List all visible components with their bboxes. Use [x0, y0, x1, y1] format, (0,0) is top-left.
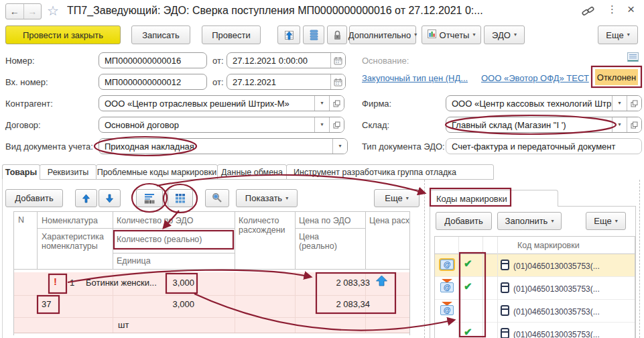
incoming-number-input[interactable]: МП0000000000012	[99, 74, 207, 90]
splitter[interactable]	[424, 180, 425, 338]
move-down-button[interactable]	[99, 189, 121, 207]
favorites-star-icon[interactable]: ☆	[47, 3, 59, 19]
marking-code-cell[interactable]: (01)04650130035753(...	[513, 262, 633, 271]
close-icon[interactable]: ×	[627, 2, 635, 17]
marking-code-cell[interactable]: (01)04650130035753(...	[513, 307, 633, 317]
lock-icon	[333, 30, 342, 40]
open-form-icon[interactable]	[627, 117, 641, 132]
tab-problem-codes[interactable]: Проблемные коды маркировки	[96, 164, 218, 180]
date1-value: 27.12.2021 0:00:00	[227, 53, 330, 68]
right-splitter[interactable]	[639, 180, 640, 338]
tab-exchange-data[interactable]: Данные обмена	[217, 164, 287, 180]
open-form-icon[interactable]	[627, 96, 641, 111]
post-button[interactable]: Провести	[202, 25, 261, 44]
col-qty-real[interactable]: Количество (реально)	[117, 235, 202, 244]
register-records-icon	[310, 30, 318, 40]
col-price-real[interactable]: Цена	[299, 232, 319, 241]
warehouse-input[interactable]: Главный склад (Магазин "I ') ▾	[446, 117, 642, 133]
date2-input[interactable]: 27.12.2021	[227, 74, 346, 90]
unit-cell[interactable]: шт	[118, 320, 129, 330]
more-button-top[interactable]: Еще▾	[598, 25, 638, 44]
doc-kind-value: Приходная накладная	[99, 139, 332, 154]
check-codes-magnifier-icon	[212, 193, 222, 204]
codes-more-button[interactable]: Еще▾	[586, 212, 626, 230]
link-icon[interactable]	[582, 5, 595, 19]
chevron-down-icon[interactable]: ▾	[332, 139, 347, 154]
move-up-button[interactable]	[75, 189, 97, 207]
goods-add-button[interactable]: Добавить	[5, 189, 63, 207]
open-form-icon[interactable]	[329, 117, 344, 132]
col-price-edo[interactable]: Цена по ЭДО	[299, 216, 350, 225]
tab-devtool[interactable]: Инструмент разработчика группа отладка	[286, 164, 494, 180]
open-form-icon[interactable]	[329, 96, 344, 111]
chevron-down-icon: ▾	[285, 196, 288, 201]
chevron-down-icon: ▾	[514, 32, 517, 38]
number-input[interactable]: МП0000000000016	[99, 52, 207, 68]
firm-input[interactable]: ООО «Центр кассовых технологий Штри ▾	[446, 95, 642, 111]
post-label: Провести	[212, 30, 251, 40]
marking-code-cell[interactable]: (01)04650130035753(...	[513, 330, 633, 338]
marking-codes-columns-button[interactable]	[136, 189, 163, 207]
forward-icon[interactable]: →	[24, 4, 42, 19]
window-title: ТП7_Заведующий: ЭДО: Сверка поступления …	[67, 5, 571, 17]
col-nomenclature[interactable]: Номенклатура	[42, 216, 98, 225]
price-real-cell[interactable]: 2 083,34	[310, 299, 370, 309]
col-qty-diff-2: расхождени	[239, 225, 285, 235]
register-records-icon-button[interactable]	[303, 25, 324, 44]
edo-doc-type-value: Счет-фактура и передаточный документ	[446, 139, 641, 154]
doc-kind-label: Вид документа учета:	[5, 142, 93, 152]
goods-show-button[interactable]: Показать▾	[236, 189, 298, 207]
save-button[interactable]: Записать	[131, 25, 190, 44]
col-qty-diff[interactable]: Количесто	[239, 216, 279, 225]
contractor-input[interactable]: ООО «Центр отраслевых решений Штрих-М» ▾	[99, 95, 344, 111]
grid-view-button[interactable]	[168, 189, 193, 207]
post-document-icon-button[interactable]	[277, 25, 300, 44]
columns-barcode-icon	[144, 193, 155, 204]
col-n[interactable]: N	[18, 215, 24, 225]
marking-code-cell[interactable]: (01)04650130035753(...	[513, 284, 633, 294]
more-vertical-icon[interactable]: ⋮	[607, 3, 617, 15]
chevron-down-icon[interactable]: ▾	[612, 117, 627, 132]
calendar-icon[interactable]	[330, 53, 345, 68]
basis-list-icon[interactable]	[627, 52, 639, 64]
doc-kind-input[interactable]: Приходная накладная ▾	[99, 138, 348, 154]
tab-goods-label: Товары	[5, 168, 37, 177]
characteristic-cell[interactable]: 37	[42, 299, 51, 309]
col-price-real-2: (реально)	[299, 241, 337, 251]
codes-col-code[interactable]: Код маркировки	[517, 241, 580, 250]
check-codes-button[interactable]	[205, 189, 229, 207]
contract-label: Договор:	[5, 120, 41, 130]
alert-icon: !	[54, 276, 57, 287]
lock-icon-button[interactable]	[327, 25, 347, 44]
qty-edo-cell[interactable]: 3,000	[141, 278, 194, 288]
chevron-down-icon[interactable]: ▾	[612, 96, 627, 111]
calendar-icon[interactable]	[330, 74, 345, 89]
chevron-down-icon[interactable]: ▾	[314, 96, 329, 111]
col-price-diff[interactable]: Цена расхож	[369, 216, 409, 225]
contract-input[interactable]: Основной договор ▾	[99, 117, 344, 133]
tab-goods[interactable]: Товары	[2, 164, 40, 180]
codes-add-button[interactable]: Добавить	[436, 212, 492, 230]
codes-panel-tab[interactable]: Коды маркировки	[430, 190, 558, 207]
check-icon: ✔	[464, 281, 472, 291]
date1-input[interactable]: 27.12.2021 0:00:00	[227, 52, 346, 68]
price-edo-cell[interactable]: 2 083,33	[310, 278, 370, 288]
organization-link[interactable]: ООО «Эвотор ОФД» ТЕСТ	[481, 73, 589, 83]
col-unit[interactable]: Единица	[117, 256, 151, 266]
tab-details[interactable]: Реквизиты	[40, 164, 96, 180]
additional-button[interactable]: Дополнительно▾	[349, 25, 416, 44]
chevron-down-icon[interactable]: ▾	[314, 117, 329, 132]
price-type-link[interactable]: Закупочный тип цен (НД...	[362, 73, 468, 83]
col-characteristic[interactable]: Характеристика	[42, 232, 104, 241]
goods-more-button[interactable]: Еще▾	[374, 189, 420, 207]
edo-button[interactable]: ЭДО▾	[484, 25, 525, 44]
reports-button[interactable]: Отчеты▾	[422, 25, 481, 44]
contractor-label: Контрагент:	[5, 99, 53, 109]
qty-real-cell[interactable]: 3,000	[141, 299, 194, 309]
back-icon[interactable]: ←	[6, 4, 24, 19]
incoming-number-label: Вх. номер:	[5, 77, 48, 87]
col-qty-edo[interactable]: Количество по ЭДО	[117, 216, 194, 225]
post-and-close-button[interactable]: Провести и закрыть	[5, 25, 121, 44]
post-document-icon	[283, 30, 295, 41]
codes-fill-button[interactable]: Заполнить▾	[497, 212, 562, 230]
